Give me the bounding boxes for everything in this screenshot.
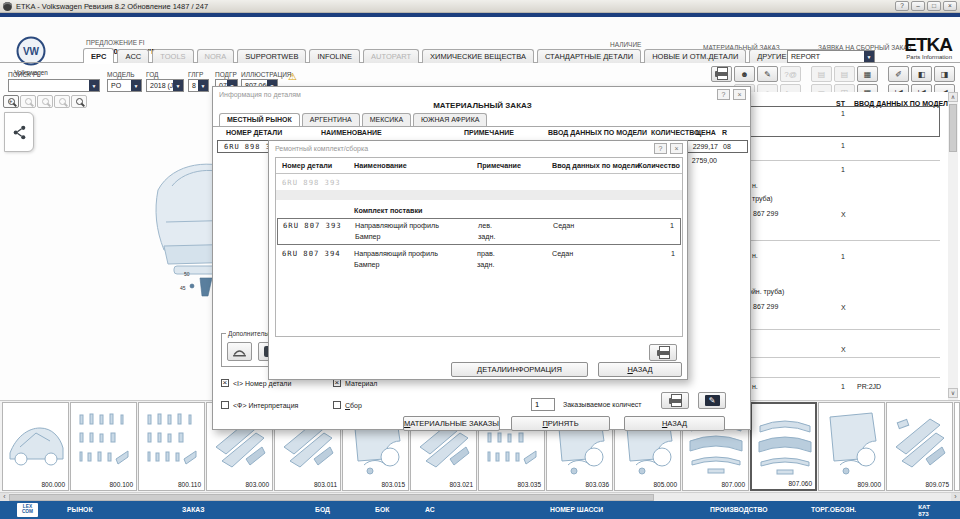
- printer-icon: [715, 71, 728, 77]
- list-cell: X: [841, 211, 846, 218]
- tab-autopart: AUTOPART: [363, 49, 419, 63]
- chevron-down-icon[interactable]: ▼: [131, 80, 141, 91]
- thumbnail-807-060-selected[interactable]: 807.060: [750, 402, 817, 491]
- dialog-title-bar[interactable]: Ремонтный комплект/сборка ? ×: [269, 141, 687, 155]
- back-button[interactable]: НАЗАД: [624, 416, 725, 431]
- chevron-down-icon[interactable]: ▼: [89, 80, 99, 91]
- part-number-checkbox[interactable]: <I> Номер детали: [221, 379, 291, 387]
- thumbnail-partial[interactable]: [954, 402, 960, 491]
- edit-order-button[interactable]: ✎: [698, 392, 726, 409]
- gathering-checkbox[interactable]: Сбор: [333, 401, 362, 409]
- tab-local-market[interactable]: МЕСТНЫЙ РЫНОК: [219, 113, 300, 126]
- pan-icon: [59, 98, 66, 105]
- interpretation-checkbox[interactable]: <Ф> Интерпретация: [221, 401, 298, 409]
- kit-row[interactable]: 6RU 807 394 Направляющий профиль Бампер …: [277, 247, 681, 274]
- page-back-button[interactable]: ◧: [911, 66, 932, 82]
- material-orders-button[interactable]: МАТЕРИАЛЬНЫЕ ЗАКАЗЫ: [403, 416, 500, 431]
- close-button[interactable]: ×: [943, 1, 957, 11]
- print-button[interactable]: [711, 66, 732, 82]
- tab-epc[interactable]: EPC: [83, 48, 114, 63]
- help-window-button[interactable]: ?: [895, 1, 909, 11]
- pin-button[interactable]: ✐: [888, 66, 909, 82]
- checkbox-icon[interactable]: [221, 401, 229, 409]
- order-quantity-input[interactable]: [531, 398, 555, 411]
- thumbnail-800-100[interactable]: 800.100: [70, 402, 137, 491]
- cell-r: 08: [723, 143, 731, 150]
- zoom-reset-button[interactable]: [71, 95, 87, 108]
- restore-button[interactable]: □: [927, 1, 941, 11]
- cell-part-number: 6RU 807 393: [283, 221, 342, 230]
- scrollbar-thumb[interactable]: [9, 494, 654, 501]
- thumbnail-800-110[interactable]: 800.110: [138, 402, 205, 491]
- zoom-out-icon: [25, 98, 32, 105]
- tab-acc[interactable]: ACC: [117, 49, 149, 63]
- scrollbar-thumb[interactable]: [949, 104, 957, 152]
- tab-chemicals[interactable]: ХИМИЧЕСКИЕ ВЕЩЕСТВА: [422, 49, 534, 63]
- chevron-down-icon[interactable]: ▼: [173, 80, 183, 91]
- checkbox-checked-icon[interactable]: [221, 379, 229, 387]
- trolley-button[interactable]: ▦: [857, 66, 878, 82]
- cell-quantity: 1: [671, 249, 675, 258]
- print-kit-button[interactable]: [649, 344, 677, 361]
- search-fi-input[interactable]: ▼: [8, 79, 100, 92]
- cell-note2: задн.: [477, 260, 494, 269]
- status-trade-designation: ТОРГ.ОБОЗН.: [811, 506, 856, 513]
- dialog-help-button[interactable]: ?: [654, 143, 667, 154]
- zoom-out-button: [20, 95, 36, 108]
- material-checkbox[interactable]: Материал: [333, 379, 377, 387]
- model-select[interactable]: PO ▼: [107, 79, 142, 92]
- annotate-button[interactable]: ✎: [757, 66, 778, 82]
- dialog-title-bar[interactable]: Информация по деталям ? ×: [213, 87, 750, 101]
- column-quantity: КОЛИЧЕСТВО: [651, 129, 700, 136]
- tab-standard-parts[interactable]: СТАНДАРТНЫЕ ДЕТАЛИ: [537, 49, 641, 63]
- thumbnail-809-075[interactable]: 809.075: [886, 402, 953, 491]
- kit-row-selected[interactable]: 6RU 807 393 Направляющий профиль Бампер …: [277, 218, 681, 245]
- chevron-down-icon[interactable]: ▼: [864, 51, 874, 62]
- dialog-title: Информация по деталям: [219, 91, 301, 98]
- tab-new-discontinued-parts[interactable]: НОВЫЕ И ОТМ.ДЕТАЛИ: [644, 49, 746, 63]
- tab-supportweb[interactable]: SUPPORTWEB: [237, 49, 306, 63]
- scroll-down-button[interactable]: ∨: [948, 388, 958, 398]
- tab-argentina[interactable]: АРГЕНТИНА: [302, 113, 360, 126]
- accept-button[interactable]: ПРИНЯТЬ: [511, 416, 610, 431]
- list-cell: н.: [752, 252, 758, 259]
- minimize-button[interactable]: –: [911, 1, 925, 11]
- cell-model: Седан: [552, 249, 573, 258]
- hoist-view-button[interactable]: [227, 342, 252, 361]
- share-button[interactable]: [4, 112, 34, 152]
- report-select[interactable]: REPORT ▼: [787, 50, 875, 63]
- horizontal-scrollbar[interactable]: ‹ ›: [0, 492, 960, 501]
- dialog-help-button[interactable]: ?: [717, 89, 730, 100]
- main-group-select[interactable]: 8 ▼: [188, 79, 209, 92]
- print-order-button[interactable]: [661, 392, 689, 409]
- zoom-region-button: [37, 95, 53, 108]
- chevron-down-icon[interactable]: ▼: [198, 80, 208, 91]
- scroll-up-button[interactable]: ∧: [948, 92, 958, 102]
- thumbnail-809-000[interactable]: 809.000: [818, 402, 885, 491]
- thumbnail-800-000[interactable]: 800.000: [2, 402, 69, 491]
- tab-infoline[interactable]: INFOLINE: [309, 49, 360, 63]
- search-fi-label: ПОИСК FI: [8, 71, 38, 78]
- checkbox-checked-icon[interactable]: [333, 379, 341, 387]
- back-button[interactable]: НАЗАД: [598, 362, 682, 377]
- tab-mexico[interactable]: МЕКСИКА: [362, 113, 411, 126]
- column-model-data: Ввод данных по модели: [552, 161, 640, 170]
- dialog-close-button[interactable]: ×: [733, 89, 746, 100]
- repair-kit-table: Номер детали Наименование Примечание Вво…: [275, 157, 683, 337]
- checkbox-icon[interactable]: [333, 401, 341, 409]
- tab-south-africa[interactable]: ЮЖНАЯ АФРИКА: [413, 113, 487, 126]
- support-button[interactable]: ☻: [734, 66, 755, 82]
- year-select[interactable]: 2018 (J) ▼: [146, 79, 184, 92]
- zoom-in-button[interactable]: +: [3, 95, 19, 108]
- list-cell: 867 299: [753, 303, 778, 310]
- vertical-scrollbar[interactable]: ∧ ∨: [948, 92, 958, 400]
- cell-name: Направляющий профиль: [355, 221, 439, 230]
- status-chassis-number: НОМЕР ШАССИ: [550, 506, 603, 513]
- column-name: Наименование: [354, 161, 407, 170]
- details-information-button[interactable]: ДЕТАЛИИНФОРМАЦИЯ: [451, 362, 588, 377]
- cell-quantity: 1: [670, 221, 674, 230]
- list-cell: н.: [752, 383, 758, 390]
- page-forward-button[interactable]: ◨: [934, 66, 955, 82]
- dialog-close-button[interactable]: ×: [670, 143, 683, 154]
- additional-functions-label: Дополнительн: [226, 330, 273, 337]
